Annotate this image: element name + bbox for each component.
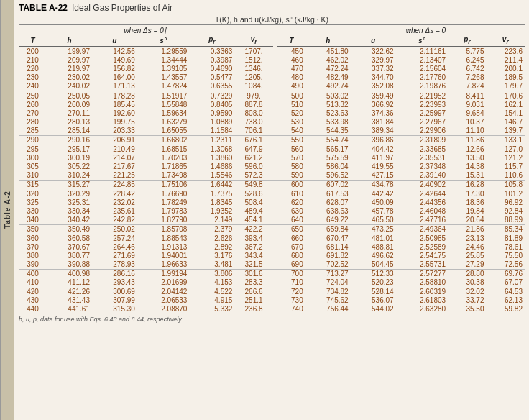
cell-right-15-1: 607.02 — [305, 180, 351, 189]
cell-left-24-5: 321.5 — [234, 260, 272, 270]
cell-left-26-4: 4.153 — [189, 278, 234, 287]
cell-left-9-0: 285 — [19, 127, 47, 136]
cell-left-8-5: 738.0 — [234, 118, 272, 127]
column-header-row: T h u s° pr vr T h u s° pr vr — [19, 35, 525, 47]
cell-right-10-0: 550 — [277, 135, 305, 145]
col-pr-left: pr — [189, 35, 234, 47]
cell-left-19-3: 1.82790 — [137, 216, 190, 225]
cell-right-25-2: 512.33 — [351, 269, 396, 278]
cell-left-25-4: 3.806 — [189, 269, 234, 278]
cell-left-11-2: 210.49 — [92, 145, 137, 153]
table-row: 290290.16206.911.668021.2311676.1550554.… — [19, 135, 525, 145]
cell-left-1-2: 149.69 — [92, 55, 137, 64]
cell-right-18-4: 19.84 — [448, 206, 486, 215]
cell-right-15-5: 105.8 — [487, 180, 525, 189]
cell-left-20-2: 250.02 — [92, 224, 137, 234]
table-row: 390390.88278.931.966333.481321.5690702.5… — [19, 260, 525, 270]
col-u-left: u — [92, 35, 137, 47]
cell-left-3-4: 0.5477 — [189, 73, 234, 82]
cell-left-13-5: 596.0 — [234, 162, 272, 170]
cell-left-26-2: 293.43 — [92, 278, 137, 287]
main-table: when Δs = 0† when Δs = 0 T h u s° pr vr … — [19, 26, 525, 314]
cell-right-26-4: 30.38 — [448, 278, 486, 287]
cell-left-15-4: 1.6442 — [189, 180, 234, 189]
cell-right-7-2: 374.36 — [351, 109, 396, 117]
cell-left-6-0: 260 — [19, 100, 47, 109]
table-row: 240240.02171.131.478240.63551084.490492.… — [19, 82, 525, 91]
when-right-header: when Δs = 0 — [277, 26, 448, 35]
table-row: 340340.42242.821.827902.149454.1640649.2… — [19, 216, 525, 225]
cell-right-28-0: 730 — [277, 296, 305, 304]
cell-left-10-5: 676.1 — [234, 135, 272, 145]
footnote: h, u, p, data for use with Eqs. 6.43 and… — [19, 316, 525, 323]
cell-left-23-2: 271.69 — [92, 251, 137, 260]
cell-left-16-5: 528.6 — [234, 189, 272, 198]
cell-left-6-5: 887.8 — [234, 100, 272, 109]
cell-left-1-3: 1.34444 — [137, 55, 190, 64]
cell-right-29-2: 544.02 — [351, 304, 396, 314]
cell-right-12-2: 411.97 — [351, 153, 396, 162]
table-row: 220219.97156.821.391050.46901346.470472.… — [19, 64, 525, 73]
cell-left-2-0: 220 — [19, 64, 47, 73]
table-row: 270270.11192.601.596340.9590808.0520523.… — [19, 109, 525, 117]
cell-right-16-0: 610 — [277, 189, 305, 198]
cell-right-0-4: 5.775 — [448, 47, 486, 56]
cell-left-18-2: 235.61 — [92, 206, 137, 215]
cell-right-11-4: 12.66 — [448, 145, 486, 153]
cell-right-23-0: 680 — [277, 251, 305, 260]
cell-right-7-3: 2.25997 — [396, 109, 448, 117]
cell-right-14-4: 15.31 — [448, 171, 486, 181]
cell-right-4-5: 179.7 — [487, 82, 525, 91]
table-row: 200199.97142.561.295590.33631707.450451.… — [19, 47, 525, 56]
cell-right-1-2: 329.97 — [351, 55, 396, 64]
table-row: 260260.09185.451.558480.8405887.8510513.… — [19, 100, 525, 109]
cell-right-6-1: 513.32 — [305, 100, 351, 109]
cell-right-4-1: 492.74 — [305, 82, 351, 91]
cell-right-24-2: 504.45 — [351, 260, 396, 270]
cell-right-10-4: 11.86 — [448, 135, 486, 145]
cell-left-1-0: 210 — [19, 55, 47, 64]
cell-right-20-2: 473.25 — [351, 224, 396, 234]
cell-right-21-0: 660 — [277, 234, 305, 242]
cell-right-17-2: 450.09 — [351, 198, 396, 206]
cell-left-4-1: 240.02 — [47, 82, 92, 91]
cell-right-24-4: 27.29 — [448, 260, 486, 270]
cell-right-2-3: 2.15604 — [396, 64, 448, 73]
table-number: TABLE A-22 — [19, 3, 68, 13]
cell-left-18-3: 1.79783 — [137, 206, 190, 215]
cell-right-5-0: 500 — [277, 91, 305, 100]
cell-left-3-0: 230 — [19, 73, 47, 82]
cell-right-5-5: 170.6 — [487, 91, 525, 100]
cell-right-18-5: 92.84 — [487, 206, 525, 215]
cell-right-22-5: 78.61 — [487, 242, 525, 251]
cell-right-28-4: 33.72 — [448, 296, 486, 304]
cell-right-3-4: 7.268 — [448, 73, 486, 82]
main-content: TABLE A-22 Ideal Gas Properties of Air T… — [14, 0, 529, 420]
cell-right-8-0: 530 — [277, 118, 305, 127]
cell-right-4-4: 7.824 — [448, 82, 486, 91]
cell-right-13-4: 14.38 — [448, 162, 486, 170]
table-row: 420421.26300.692.041424.522266.6720734.8… — [19, 287, 525, 296]
cell-right-19-4: 20.64 — [448, 216, 486, 225]
cell-right-2-0: 470 — [277, 64, 305, 73]
cell-right-19-2: 465.50 — [351, 216, 396, 225]
cell-right-17-3: 2.44356 — [396, 198, 448, 206]
cell-left-2-4: 0.4690 — [189, 64, 234, 73]
cell-right-27-4: 32.02 — [448, 287, 486, 296]
cell-right-20-1: 659.84 — [305, 224, 351, 234]
cell-left-11-5: 647.9 — [234, 145, 272, 153]
cell-right-27-5: 64.53 — [487, 287, 525, 296]
cell-left-0-3: 1.29559 — [137, 47, 190, 56]
cell-right-1-1: 462.02 — [305, 55, 351, 64]
cell-right-1-3: 2.13407 — [396, 55, 448, 64]
cell-right-18-1: 638.63 — [305, 206, 351, 215]
cell-left-23-4: 3.176 — [189, 251, 234, 260]
cell-left-17-5: 508.4 — [234, 198, 272, 206]
cell-left-6-3: 1.55848 — [137, 100, 190, 109]
cell-right-7-4: 9.684 — [448, 109, 486, 117]
cell-right-24-3: 2.55731 — [396, 260, 448, 270]
cell-left-28-3: 2.06533 — [137, 296, 190, 304]
cell-right-0-5: 223.6 — [487, 47, 525, 56]
cell-left-0-1: 199.97 — [47, 47, 92, 56]
cell-right-17-0: 620 — [277, 198, 305, 206]
